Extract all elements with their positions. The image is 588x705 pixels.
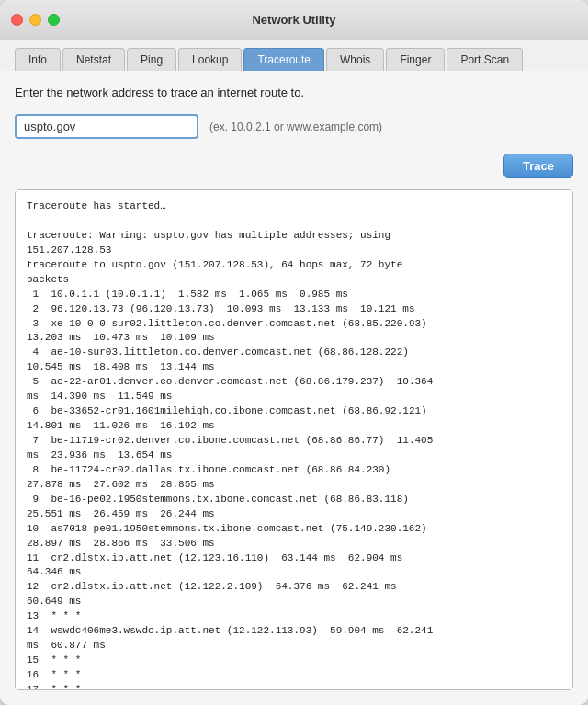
tab-bar: Info Netstat Ping Lookup Traceroute Whoi…: [0, 40, 588, 71]
tab-ping[interactable]: Ping: [127, 48, 176, 71]
content-area: Enter the network address to trace an in…: [0, 71, 588, 705]
tab-info[interactable]: Info: [15, 48, 61, 71]
trace-button[interactable]: Trace: [503, 154, 573, 178]
address-input[interactable]: [15, 114, 198, 139]
tab-port-scan[interactable]: Port Scan: [447, 48, 523, 71]
description-text: Enter the network address to trace an in…: [15, 85, 573, 99]
trace-button-row: Trace: [15, 154, 573, 178]
hint-text: (ex. 10.0.2.1 or www.example.com): [209, 120, 382, 133]
tab-finger[interactable]: Finger: [386, 48, 445, 71]
window-title: Network Utility: [252, 13, 335, 27]
tab-lookup[interactable]: Lookup: [178, 48, 242, 71]
app-window: Network Utility Info Netstat Ping Lookup…: [0, 0, 588, 705]
tab-whois[interactable]: Whois: [326, 48, 384, 71]
title-bar: Network Utility: [0, 0, 588, 40]
input-row: (ex. 10.0.2.1 or www.example.com): [15, 114, 573, 139]
maximize-button[interactable]: [48, 14, 60, 26]
traffic-lights: [11, 14, 60, 26]
tab-traceroute[interactable]: Traceroute: [243, 48, 324, 71]
minimize-button[interactable]: [29, 14, 41, 26]
output-box: Traceroute has started… traceroute: Warn…: [15, 189, 573, 690]
tab-netstat[interactable]: Netstat: [62, 48, 125, 71]
close-button[interactable]: [11, 14, 23, 26]
